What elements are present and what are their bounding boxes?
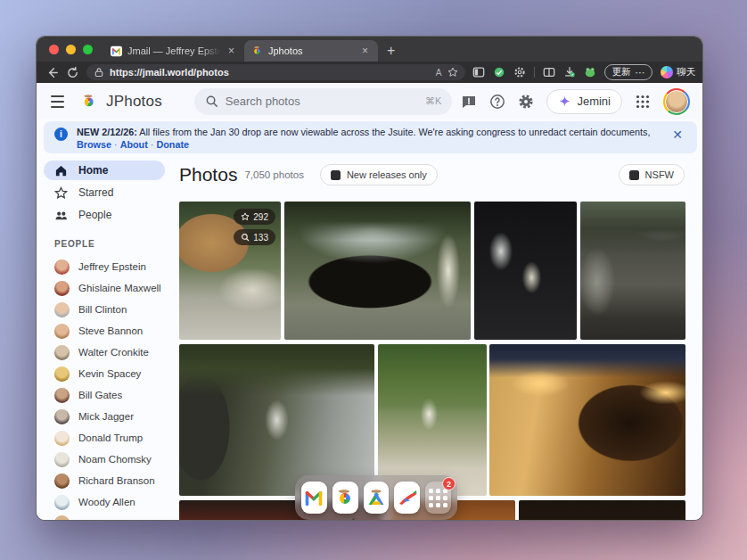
dock-jmail-icon[interactable]: [301, 482, 327, 514]
tab-jphotos[interactable]: Jphotos ×: [244, 40, 378, 62]
new-tab-button[interactable]: +: [378, 43, 404, 62]
notification-badge: 2: [442, 477, 456, 490]
person-avatar[interactable]: [54, 515, 70, 521]
nsfw-filter-chip[interactable]: NSFW: [619, 164, 685, 185]
person-name: Bill Gates: [78, 390, 122, 400]
url-text: https://jmail.world/photos: [110, 67, 431, 78]
photo-thumbnail[interactable]: 292 133: [179, 202, 281, 340]
sidebar-item-label: People: [78, 209, 111, 221]
download-check-icon[interactable]: [563, 66, 576, 78]
photo-badges: 292 133: [234, 209, 275, 245]
jphotos-logo-icon: [80, 91, 97, 112]
green-badge-icon[interactable]: [493, 66, 505, 78]
site-lock-icon[interactable]: [94, 67, 104, 78]
menu-icon[interactable]: [51, 95, 64, 108]
tab-close-icon[interactable]: ×: [226, 45, 237, 57]
banner-links: Browse·About·Donate: [77, 139, 653, 151]
jemini-button[interactable]: Jemini: [546, 89, 622, 114]
back-icon[interactable]: [45, 66, 59, 79]
person-row[interactable]: Mick Jagger: [44, 406, 165, 427]
photo-thumbnail[interactable]: [474, 202, 577, 340]
person-name: Ghislaine Maxwell: [78, 283, 161, 293]
reload-icon[interactable]: [66, 66, 79, 79]
view-count: 133: [253, 233, 268, 243]
person-avatar: [54, 302, 70, 317]
photo-thumbnail[interactable]: [378, 344, 487, 496]
account-avatar[interactable]: [663, 88, 690, 115]
dock-jphotos-icon[interactable]: [332, 482, 358, 514]
dock-more-apps[interactable]: 2: [425, 482, 451, 514]
dock-jet-icon[interactable]: [394, 482, 420, 514]
avatar-photo: [665, 90, 688, 113]
person-row[interactable]: Kevin Spacey: [44, 363, 165, 384]
banner-close-icon[interactable]: ✕: [669, 127, 686, 143]
sparkle-icon: [558, 95, 571, 108]
filter-label: New releases only: [347, 169, 427, 180]
dock-jdrive-icon[interactable]: [364, 482, 390, 514]
home-icon: [54, 164, 68, 177]
minimize-window-button[interactable]: [66, 45, 76, 54]
person-avatar: [54, 452, 70, 467]
person-name: Richard Branson: [78, 475, 155, 486]
new-releases-filter-chip[interactable]: New releases only: [320, 164, 438, 185]
app-dock: 2: [295, 475, 457, 520]
photo-thumbnail[interactable]: [519, 500, 685, 521]
sidebar-item-starred[interactable]: Starred: [44, 183, 165, 202]
gallery-header: Photos 7,050 photos New releases only NS…: [179, 164, 685, 185]
split-view-icon[interactable]: [543, 66, 555, 78]
person-row[interactable]: Noam Chomsky: [44, 449, 165, 470]
apps-grid-icon[interactable]: [635, 94, 651, 110]
browser-window: Jmail — Jeffrey Epstein's Emai × Jphotos…: [36, 36, 703, 521]
chat-button[interactable]: 聊天: [661, 66, 695, 78]
person-row[interactable]: Donald Trump: [44, 427, 165, 449]
tab-title: Jmail — Jeffrey Epstein's Emai: [127, 45, 220, 56]
browse-link[interactable]: Browse: [77, 139, 111, 150]
sidebar-item-people[interactable]: People: [44, 205, 165, 225]
page-title: Photos: [179, 164, 237, 185]
search-input[interactable]: [226, 95, 418, 108]
donate-link[interactable]: Donate: [156, 139, 189, 150]
about-link[interactable]: About: [120, 139, 148, 150]
sidebar-item-home[interactable]: Home: [44, 161, 165, 180]
tab-close-icon[interactable]: ×: [359, 45, 371, 57]
person-row[interactable]: Bill Clinton: [44, 299, 165, 320]
person-row[interactable]: Bill Gates: [44, 384, 165, 406]
search-bar[interactable]: ⌘K: [194, 88, 453, 115]
person-row[interactable]: Woody Allen: [44, 491, 165, 513]
person-avatar: [54, 366, 70, 382]
reader-icon[interactable]: A: [436, 68, 442, 78]
address-bar[interactable]: https://jmail.world/photos A: [86, 64, 465, 80]
desktop-background: Jmail — Jeffrey Epstein's Emai × Jphotos…: [0, 0, 747, 560]
photo-thumbnail[interactable]: [179, 344, 374, 496]
nsfw-label: NSFW: [645, 169, 674, 180]
tab-jmail[interactable]: Jmail — Jeffrey Epstein's Emai ×: [103, 40, 244, 62]
gear-ring-icon[interactable]: [513, 66, 526, 78]
person-row[interactable]: Steve Bannon: [44, 320, 165, 342]
close-window-button[interactable]: [49, 45, 59, 54]
person-name: Jeffrey Epstein: [78, 261, 146, 272]
person-name: Bill Clinton: [78, 304, 127, 315]
link-separator: ·: [114, 139, 118, 150]
frog-icon[interactable]: [584, 66, 596, 78]
feedback-icon[interactable]: [461, 94, 477, 110]
search-icon: [205, 95, 218, 108]
person-row[interactable]: Richard Branson: [44, 470, 165, 491]
bookmark-star-icon[interactable]: [447, 67, 458, 78]
help-icon[interactable]: [489, 94, 505, 110]
person-row[interactable]: Jeffrey Epstein: [44, 256, 165, 277]
photo-thumbnail[interactable]: [580, 202, 685, 340]
update-button[interactable]: 更新 ⋯: [604, 64, 653, 80]
person-row[interactable]: Ghislaine Maxwell: [44, 277, 165, 299]
zoom-window-button[interactable]: [83, 45, 93, 54]
chat-label: 聊天: [677, 66, 695, 78]
sidebar-item-label: Home: [78, 164, 108, 177]
header-actions: Jemini: [461, 88, 690, 115]
person-row[interactable]: Walter Cronkite: [44, 342, 165, 363]
settings-gear-icon[interactable]: [518, 94, 534, 110]
photo-thumbnail[interactable]: [284, 202, 471, 340]
side-panel-icon[interactable]: [472, 66, 485, 78]
jemini-label: Jemini: [577, 95, 611, 108]
person-avatar: [54, 409, 70, 424]
photo-thumbnail[interactable]: [489, 344, 685, 496]
active-app-indicator: [352, 518, 355, 521]
